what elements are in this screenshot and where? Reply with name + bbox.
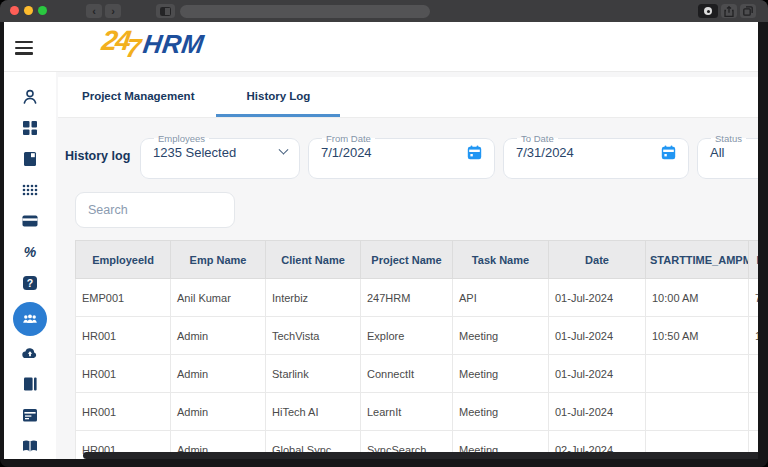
- from-date-value: 7/1/2024: [321, 145, 372, 160]
- column-header[interactable]: Task Name: [453, 241, 549, 279]
- sidebar-item-profile[interactable]: [13, 85, 47, 109]
- history-table: EmployeeIdEmp NameClient NameProject Nam…: [75, 240, 758, 459]
- table-cell: 11: [749, 317, 759, 355]
- table-cell: HR001: [76, 317, 171, 355]
- svg-text:%: %: [24, 244, 37, 260]
- table-row: HR001AdminHiTech AILearnItMeeting01-Jul-…: [76, 393, 759, 431]
- hamburger-menu-icon[interactable]: [15, 41, 33, 58]
- chevron-down-icon: [279, 145, 289, 155]
- column-header[interactable]: ENDTIME_AMPM: [749, 241, 759, 279]
- tab-project-management[interactable]: Project Management: [60, 77, 216, 117]
- percent-icon: %: [21, 243, 39, 261]
- table-cell: [646, 355, 749, 393]
- forward-button[interactable]: ›: [105, 4, 121, 18]
- app-window: 247HRM % ?: [4, 22, 758, 459]
- search-box: [75, 192, 235, 228]
- filter-row: History log Employees 1235 Selected From…: [65, 130, 758, 182]
- table-cell: HiTech AI: [266, 393, 361, 431]
- to-date-field[interactable]: To Date 7/31/2024: [503, 133, 689, 179]
- status-label: Status: [711, 133, 746, 144]
- history-log-title: History log: [65, 149, 140, 163]
- browser-titlebar: ‹ ›: [0, 0, 768, 22]
- minimize-traffic-light[interactable]: [24, 6, 33, 15]
- table-cell: API: [453, 279, 549, 317]
- table-cell: Interbiz: [266, 279, 361, 317]
- from-date-field[interactable]: From Date 7/1/2024: [308, 133, 495, 179]
- table-cell: EMP001: [76, 279, 171, 317]
- tabs-overview-button[interactable]: [740, 4, 756, 18]
- share-icon: [724, 6, 734, 17]
- record-button[interactable]: [698, 4, 718, 18]
- back-button[interactable]: ‹: [86, 4, 102, 18]
- tab-bar: Project Management History Log: [58, 77, 758, 118]
- employees-select[interactable]: Employees 1235 Selected: [140, 133, 300, 179]
- table-cell: Admin: [171, 355, 266, 393]
- sidebar-item-handbook[interactable]: [13, 434, 47, 458]
- table-cell: [749, 393, 759, 431]
- close-traffic-light[interactable]: [10, 6, 19, 15]
- horizontal-scrollbar[interactable]: [83, 452, 758, 459]
- table-cell: 01-Jul-2024: [549, 393, 646, 431]
- logo-hrm: HRM: [141, 29, 206, 59]
- table-cell: [646, 393, 749, 431]
- tabs-overview-icon: [743, 6, 753, 16]
- table-cell: Explore: [361, 317, 453, 355]
- status-value: All: [710, 145, 724, 160]
- table-cell: Anil Kumar: [171, 279, 266, 317]
- dashboard-icon: [21, 119, 39, 137]
- zoom-traffic-light[interactable]: [38, 6, 47, 15]
- search-input[interactable]: [88, 203, 222, 217]
- address-bar[interactable]: [180, 5, 430, 18]
- from-date-label: From Date: [322, 133, 375, 144]
- calendar-icon[interactable]: [661, 145, 676, 160]
- table-cell: LearnIt: [361, 393, 453, 431]
- table-cell: 10:50 AM: [646, 317, 749, 355]
- employees-value: 1235 Selected: [153, 145, 236, 160]
- table-cell: 10:00 AM: [646, 279, 749, 317]
- column-header[interactable]: Date: [549, 241, 646, 279]
- sidebar-item-calendar[interactable]: [13, 403, 47, 427]
- team-icon: [21, 310, 39, 328]
- share-button[interactable]: [721, 4, 737, 18]
- forward-icon: ›: [111, 6, 115, 17]
- sidebar-item-help[interactable]: ?: [13, 271, 47, 295]
- table-row: EMP001Anil KumarInterbiz247HRMAPI01-Jul-…: [76, 279, 759, 317]
- sidebar-item-library[interactable]: [13, 372, 47, 396]
- table-cell: ConnectIt: [361, 355, 453, 393]
- calendar-icon[interactable]: [467, 145, 482, 160]
- back-icon: ‹: [92, 6, 96, 17]
- column-header[interactable]: STARTTIME_AMPM: [646, 241, 749, 279]
- sidebar-item-payments[interactable]: [13, 209, 47, 233]
- record-icon: [704, 7, 712, 15]
- sidebar-item-dashboard[interactable]: [13, 116, 47, 140]
- status-select[interactable]: Status All: [697, 133, 758, 179]
- table-cell: Admin: [171, 393, 266, 431]
- cloud-upload-icon: [21, 344, 39, 362]
- sidebar-item-cloud-upload[interactable]: [13, 341, 47, 365]
- sidebar-toggle-button[interactable]: [156, 4, 175, 18]
- tab-history-log[interactable]: History Log: [216, 77, 340, 117]
- table-cell: 01-Jul-2024: [549, 279, 646, 317]
- sidebar: % ?: [4, 72, 56, 459]
- history-table-wrap: EmployeeIdEmp NameClient NameProject Nam…: [75, 240, 758, 459]
- column-header[interactable]: Client Name: [266, 241, 361, 279]
- table-cell: Starlink: [266, 355, 361, 393]
- sidebar-toggle-icon: [160, 7, 171, 16]
- table-cell: 7:: [749, 279, 759, 317]
- sidebar-item-notes[interactable]: [13, 147, 47, 171]
- sidebar-item-apps[interactable]: [13, 178, 47, 202]
- column-header[interactable]: Emp Name: [171, 241, 266, 279]
- table-header-row: EmployeeIdEmp NameClient NameProject Nam…: [76, 241, 759, 279]
- column-header[interactable]: Project Name: [361, 241, 453, 279]
- browser-window: ‹ › 247HRM: [0, 0, 768, 467]
- to-date-value: 7/31/2024: [516, 145, 574, 160]
- employees-label: Employees: [154, 133, 209, 144]
- column-header[interactable]: EmployeeId: [76, 241, 171, 279]
- sidebar-item-percent[interactable]: %: [13, 240, 47, 264]
- table-cell: Admin: [171, 317, 266, 355]
- sidebar-item-team[interactable]: [13, 302, 47, 336]
- table-cell: Meeting: [453, 393, 549, 431]
- open-book-icon: [21, 437, 39, 455]
- app-header: 247HRM: [4, 22, 758, 72]
- table-cell: HR001: [76, 355, 171, 393]
